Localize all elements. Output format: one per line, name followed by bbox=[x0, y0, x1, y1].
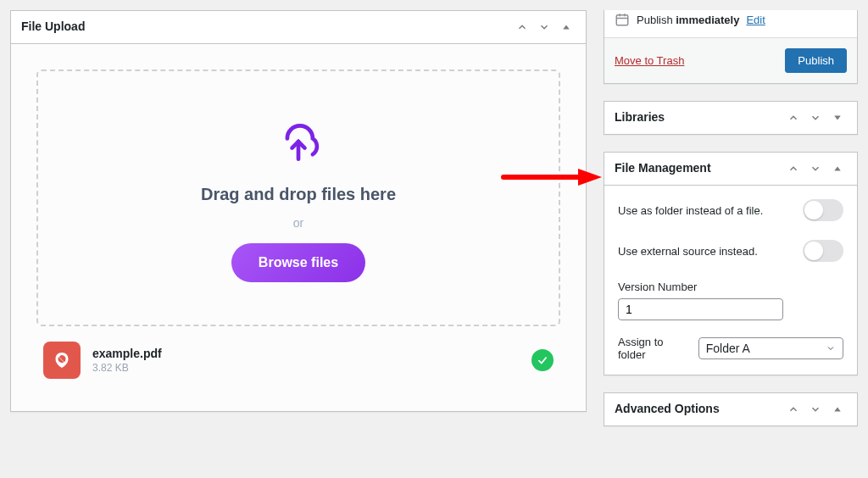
file-size: 3.82 KB bbox=[92, 362, 520, 374]
move-up-icon[interactable] bbox=[784, 108, 803, 127]
dropzone-or: or bbox=[55, 216, 542, 230]
collapse-toggle-icon[interactable] bbox=[828, 400, 847, 419]
pdf-file-icon bbox=[43, 342, 81, 379]
svg-marker-2 bbox=[563, 25, 570, 30]
annotation-arrow bbox=[500, 166, 602, 188]
publish-button[interactable]: Publish bbox=[785, 48, 847, 73]
move-down-icon[interactable] bbox=[806, 159, 825, 178]
file-name: example.pdf bbox=[92, 347, 520, 360]
assign-folder-select[interactable]: Folder A bbox=[698, 337, 843, 359]
assign-folder-label: Assign to folder bbox=[618, 336, 690, 361]
file-upload-title: File Upload bbox=[21, 19, 85, 36]
chevron-down-icon bbox=[826, 343, 836, 353]
collapse-toggle-icon[interactable] bbox=[828, 159, 847, 178]
file-management-title: File Management bbox=[615, 160, 711, 177]
browse-files-button[interactable]: Browse files bbox=[231, 243, 365, 282]
libraries-metabox: Libraries bbox=[604, 101, 858, 135]
uploaded-file-row: example.pdf 3.82 KB bbox=[36, 326, 560, 386]
move-up-icon[interactable] bbox=[784, 159, 803, 178]
dropzone-title: Drag and drop files here bbox=[55, 185, 542, 204]
use-as-folder-toggle[interactable] bbox=[803, 199, 843, 221]
use-as-folder-label: Use as folder instead of a file. bbox=[618, 204, 763, 217]
publish-schedule-text: Publish immediately bbox=[637, 14, 739, 26]
collapse-toggle-icon[interactable] bbox=[828, 108, 847, 127]
move-down-icon[interactable] bbox=[806, 400, 825, 419]
libraries-title: Libraries bbox=[615, 109, 665, 126]
collapse-toggle-icon[interactable] bbox=[557, 18, 576, 36]
move-to-trash-link[interactable]: Move to Trash bbox=[615, 54, 684, 67]
upload-success-icon bbox=[531, 349, 554, 371]
move-up-icon[interactable] bbox=[784, 400, 803, 419]
version-number-label: Version Number bbox=[618, 281, 843, 293]
calendar-icon bbox=[615, 12, 630, 27]
file-upload-metabox: File Upload Drag and dr bbox=[10, 10, 587, 412]
file-dropzone[interactable]: Drag and drop files here or Browse files bbox=[36, 69, 560, 326]
svg-marker-10 bbox=[834, 408, 841, 412]
use-external-toggle[interactable] bbox=[803, 240, 843, 262]
version-number-input[interactable] bbox=[618, 298, 783, 320]
use-external-label: Use external source instead. bbox=[618, 245, 758, 258]
advanced-options-metabox: Advanced Options bbox=[604, 392, 858, 426]
upload-cloud-icon bbox=[273, 122, 324, 164]
move-down-icon[interactable] bbox=[806, 108, 825, 127]
svg-marker-1 bbox=[578, 169, 602, 186]
svg-rect-4 bbox=[616, 15, 628, 25]
svg-marker-9 bbox=[834, 167, 841, 171]
file-management-metabox: File Management Use as folder instead of… bbox=[604, 152, 858, 375]
edit-schedule-link[interactable]: Edit bbox=[746, 14, 765, 26]
svg-marker-8 bbox=[834, 116, 841, 120]
move-down-icon[interactable] bbox=[535, 18, 554, 36]
move-up-icon[interactable] bbox=[513, 18, 531, 36]
assign-folder-value: Folder A bbox=[706, 342, 750, 355]
advanced-options-title: Advanced Options bbox=[615, 401, 720, 418]
publish-metabox: Publish immediately Edit Move to Trash P… bbox=[604, 10, 858, 84]
